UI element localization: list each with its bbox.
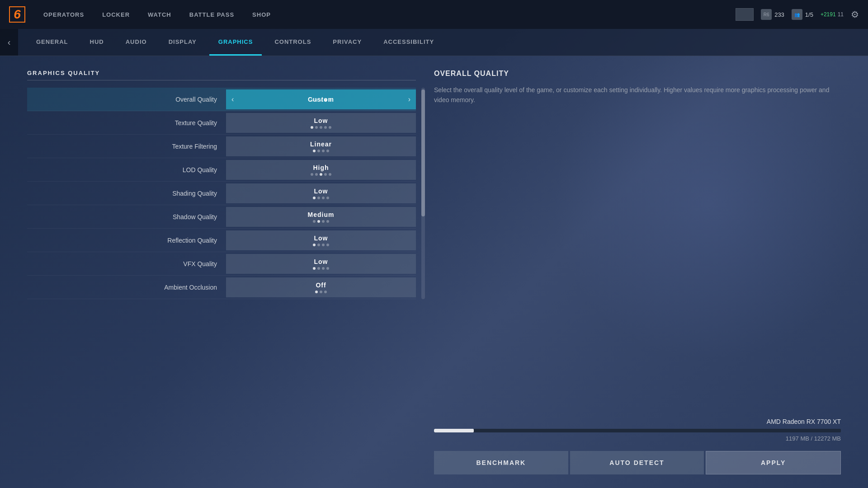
main-content: GRAPHICS QUALITY Overall Quality ‹ Custo… bbox=[0, 56, 868, 488]
scrollbar[interactable] bbox=[421, 88, 425, 299]
tab-controls[interactable]: CONTROLS bbox=[265, 29, 320, 56]
currency-icon-1: R6 bbox=[761, 9, 772, 20]
setting-row-overall-quality: Overall Quality ‹ Custom › bbox=[27, 88, 416, 111]
dot-vq-3 bbox=[322, 267, 325, 270]
dot-vq-1 bbox=[313, 267, 316, 270]
dot-vq-2 bbox=[317, 267, 320, 270]
dot-tf-2 bbox=[317, 150, 320, 152]
dot-lq-1 bbox=[311, 173, 313, 176]
info-title: OVERALL QUALITY bbox=[434, 70, 841, 78]
nav-watch[interactable]: WATCH bbox=[148, 11, 171, 18]
topbar: 6 OPERATORS LOCKER WATCH BATTLE PASS SHO… bbox=[0, 0, 868, 29]
nav-shop[interactable]: SHOP bbox=[252, 11, 271, 18]
dot-tq-1 bbox=[311, 126, 313, 129]
tab-general[interactable]: GENERAL bbox=[27, 29, 77, 56]
setting-label-overall-quality: Overall Quality bbox=[27, 96, 226, 103]
setting-row-texture-filtering: Texture Filtering Linear bbox=[27, 135, 416, 158]
currency-value-1: 233 bbox=[774, 11, 784, 18]
topbar-right: R6 233 👥 1/5 +2191 11 ⚙ bbox=[736, 8, 859, 21]
setting-control-texture-filtering[interactable]: Linear bbox=[226, 136, 416, 156]
setting-control-texture-quality[interactable]: Low bbox=[226, 113, 416, 133]
arrow-left-overall[interactable]: ‹ bbox=[231, 95, 234, 103]
gpu-info: AMD Radeon RX 7700 XT 1197 MB / 12272 MB bbox=[434, 418, 841, 442]
tab-hud[interactable]: HUD bbox=[81, 29, 113, 56]
currency-box-2: 👥 1/5 bbox=[792, 9, 813, 20]
settings-list: Overall Quality ‹ Custom › bbox=[27, 88, 416, 299]
dot-shq-4 bbox=[326, 220, 329, 223]
setting-control-shading-quality[interactable]: Low bbox=[226, 183, 416, 203]
nav-locker[interactable]: LOCKER bbox=[102, 11, 130, 18]
setting-label-ambient-occlusion: Ambient Occlusion bbox=[27, 284, 226, 291]
arrow-right-overall[interactable]: › bbox=[408, 95, 410, 103]
preview-thumbnail bbox=[736, 8, 754, 21]
currency-icon-2: 👥 bbox=[792, 9, 802, 20]
right-panel: OVERALL QUALITY Select the overall quali… bbox=[434, 70, 841, 474]
control-arrows-overall: ‹ Custom › bbox=[226, 89, 416, 109]
slider-texture-filtering bbox=[313, 150, 329, 152]
dot-lq-5 bbox=[329, 173, 331, 176]
setting-row-texture-quality: Texture Quality Low bbox=[27, 111, 416, 135]
dot-sq-1 bbox=[313, 197, 316, 199]
setting-row-ambient-occlusion: Ambient Occlusion Off bbox=[27, 276, 416, 299]
social-info: +2191 11 bbox=[821, 11, 844, 18]
currency-value-2: 1/5 bbox=[805, 11, 813, 18]
benchmark-button[interactable]: BENCHMARK bbox=[434, 451, 568, 474]
control-value-reflection-quality: Low bbox=[314, 235, 328, 242]
dot-tq-2 bbox=[315, 126, 318, 129]
dot-rq-2 bbox=[317, 244, 320, 246]
dot-sq-2 bbox=[317, 197, 320, 199]
info-description: Select the overall quality level of the … bbox=[434, 85, 841, 105]
currency-box-1: R6 233 bbox=[761, 9, 784, 20]
slider-ambient-occlusion bbox=[315, 291, 327, 293]
vram-bar-fill bbox=[434, 429, 474, 432]
setting-label-texture-quality: Texture Quality bbox=[27, 119, 226, 127]
dot-tf-1 bbox=[313, 150, 316, 152]
dot-tq-4 bbox=[324, 126, 327, 129]
control-value-shadow-quality: Medium bbox=[308, 211, 335, 218]
tab-accessibility[interactable]: ACCESSIBILITY bbox=[374, 29, 443, 56]
setting-control-overall-quality[interactable]: ‹ Custom › bbox=[226, 89, 416, 109]
setting-control-shadow-quality[interactable]: Medium bbox=[226, 207, 416, 227]
nav-operators[interactable]: OPERATORS bbox=[43, 11, 84, 18]
setting-row-reflection-quality: Reflection Quality Low bbox=[27, 229, 416, 252]
dot-ao-1 bbox=[315, 291, 318, 293]
auto-detect-button[interactable]: AUTO DETECT bbox=[570, 451, 704, 474]
scrollbar-thumb bbox=[421, 89, 425, 216]
tab-graphics[interactable]: GRAPHICS bbox=[209, 29, 262, 56]
slider-texture-quality bbox=[311, 126, 331, 129]
setting-label-lod-quality: LOD Quality bbox=[27, 166, 226, 174]
apply-button[interactable]: APPLY bbox=[706, 451, 841, 474]
tab-privacy[interactable]: PRIVACY bbox=[324, 29, 371, 56]
tab-audio[interactable]: AUDIO bbox=[117, 29, 156, 56]
gpu-name: AMD Radeon RX 7700 XT bbox=[434, 418, 841, 425]
control-value-ambient-occlusion: Off bbox=[316, 282, 326, 289]
control-value-texture-filtering: Linear bbox=[310, 141, 332, 148]
dot-lq-4 bbox=[324, 173, 327, 176]
setting-control-lod-quality[interactable]: High bbox=[226, 160, 416, 180]
setting-label-texture-filtering: Texture Filtering bbox=[27, 143, 226, 150]
dot-sq-4 bbox=[326, 197, 329, 199]
setting-control-ambient-occlusion[interactable]: Off bbox=[226, 277, 416, 297]
slider-lod-quality bbox=[311, 173, 331, 176]
setting-control-vfx-quality[interactable]: Low bbox=[226, 254, 416, 274]
slider-reflection-quality bbox=[313, 244, 329, 246]
setting-row-shading-quality: Shading Quality Low bbox=[27, 182, 416, 205]
setting-control-reflection-quality[interactable]: Low bbox=[226, 230, 416, 250]
nav-battlepass[interactable]: BATTLE PASS bbox=[189, 11, 234, 18]
dot-shq-1 bbox=[313, 220, 316, 223]
setting-row-shadow-quality: Shadow Quality Medium bbox=[27, 205, 416, 229]
dot-tf-4 bbox=[326, 150, 329, 152]
back-button[interactable]: ‹ bbox=[0, 29, 18, 56]
left-panel: GRAPHICS QUALITY Overall Quality ‹ Custo… bbox=[27, 70, 416, 474]
tab-display[interactable]: DISPLAY bbox=[160, 29, 206, 56]
setting-row-vfx-quality: VFX Quality Low bbox=[27, 252, 416, 276]
setting-label-shadow-quality: Shadow Quality bbox=[27, 213, 226, 221]
vram-text: 1197 MB / 12272 MB bbox=[434, 435, 841, 442]
dot-rq-3 bbox=[322, 244, 325, 246]
dot-ao-3 bbox=[324, 291, 327, 293]
control-value-vfx-quality: Low bbox=[314, 258, 328, 265]
setting-label-reflection-quality: Reflection Quality bbox=[27, 237, 226, 244]
dot-rq-4 bbox=[326, 244, 329, 246]
settings-icon[interactable]: ⚙ bbox=[851, 9, 859, 20]
dot-tq-5 bbox=[329, 126, 331, 129]
